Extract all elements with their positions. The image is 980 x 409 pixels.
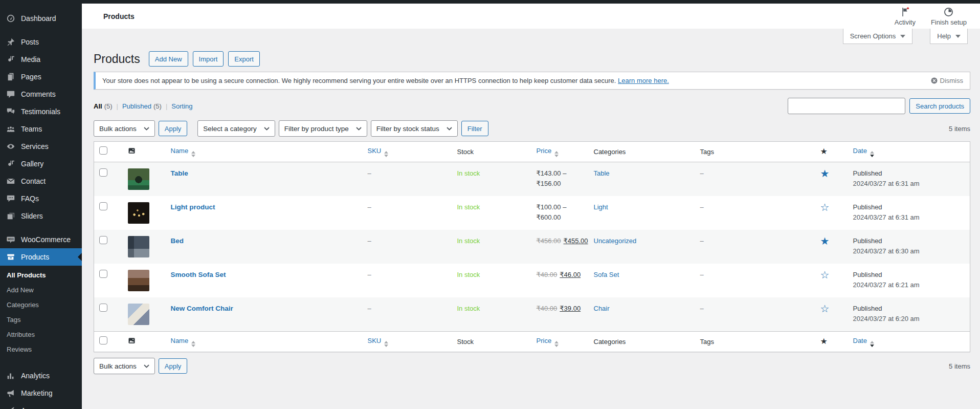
product-thumbnail[interactable] [128, 236, 149, 257]
view-all[interactable]: All (5) [94, 102, 113, 110]
product-type-filter-select[interactable]: Filter by product type [279, 120, 367, 137]
bulk-actions-select-bottom[interactable]: Bulk actions [94, 358, 155, 374]
sidebar-item-sliders[interactable]: Sliders [0, 207, 82, 225]
product-name-link[interactable]: Table [171, 169, 188, 177]
stock-status: In stock [457, 237, 480, 245]
media-icon [6, 54, 16, 64]
category-link[interactable]: Light [594, 203, 608, 211]
finish-setup-button[interactable]: Finish setup [931, 7, 967, 26]
product-name-link[interactable]: New Comfort Chair [171, 305, 233, 312]
sidebar-item-dashboard[interactable]: Dashboard [0, 10, 82, 27]
table-row: Smooth Sofa Set – In stock ₹48.00₹46.00 … [94, 264, 970, 297]
filter-button[interactable]: Filter [461, 121, 488, 136]
featured-star-icon[interactable]: ☆ [820, 269, 830, 281]
product-name-link[interactable]: Bed [171, 237, 184, 245]
select-all-checkbox[interactable] [99, 336, 107, 345]
dismiss-notice-button[interactable]: Dismiss [930, 77, 964, 84]
search-products-input[interactable] [788, 98, 905, 114]
sidebar-item-appearance[interactable]: Appearance [0, 402, 82, 409]
sidebar-item-pages[interactable]: Pages [0, 68, 82, 85]
submenu-add-new[interactable]: Add New [0, 283, 82, 297]
sidebar-item-teams[interactable]: Teams [0, 120, 82, 138]
notice-text: Your store does not appear to be using a… [102, 77, 669, 84]
sort-by-date[interactable]: Date [853, 337, 867, 345]
admin-sidebar: Dashboard Posts Media Pages Comments Tes… [0, 4, 82, 409]
category-link[interactable]: Uncategorized [594, 237, 637, 245]
sort-by-date[interactable]: Date [853, 147, 867, 155]
sort-by-sku[interactable]: SKU [368, 337, 382, 345]
featured-star-icon[interactable]: ☆ [820, 303, 830, 314]
apply-button-bottom[interactable]: Apply [159, 358, 188, 374]
row-checkbox[interactable] [99, 304, 107, 312]
sidebar-item-woocommerce[interactable]: WOO WooCommerce [0, 231, 82, 248]
plugin-header: Products Activity Finish setup [82, 4, 980, 29]
sidebar-item-marketing[interactable]: Marketing [0, 384, 82, 402]
sidebar-item-faqs[interactable]: FAQs [0, 190, 82, 207]
bulk-actions-select[interactable]: Bulk actions [94, 120, 155, 137]
sort-by-sku[interactable]: SKU [368, 147, 382, 155]
screen-meta-links: Screen Options Help [82, 29, 980, 46]
export-button[interactable]: Export [228, 51, 260, 67]
featured-star-icon[interactable]: ☆ [820, 202, 830, 213]
sidebar-item-posts[interactable]: Posts [0, 33, 82, 51]
product-thumbnail[interactable] [128, 202, 149, 224]
select-all-checkbox[interactable] [99, 146, 107, 155]
submenu-attributes[interactable]: Attributes [0, 327, 82, 342]
sidebar-item-analytics[interactable]: Analytics [0, 367, 82, 384]
menu-separator [0, 27, 82, 33]
search-products-button[interactable]: Search products [909, 98, 970, 114]
chevron-down-icon [356, 127, 362, 131]
sidebar-item-gallery[interactable]: Gallery [0, 155, 82, 173]
breadcrumb: Products [103, 12, 135, 20]
sort-by-price[interactable]: Price [537, 337, 552, 345]
view-published[interactable]: Published (5) [113, 102, 162, 110]
featured-column-star-icon[interactable]: ★ [820, 337, 828, 346]
sidebar-item-label: Sliders [21, 212, 43, 220]
security-notice: Your store does not appear to be using a… [94, 72, 970, 90]
chevron-down-icon [900, 35, 905, 38]
row-checkbox[interactable] [99, 236, 107, 244]
category-link[interactable]: Sofa Set [594, 271, 619, 278]
row-checkbox[interactable] [99, 270, 107, 278]
activity-button[interactable]: Activity [895, 7, 916, 26]
add-new-button[interactable]: Add New [149, 51, 188, 67]
sort-by-name[interactable]: Name [171, 147, 189, 155]
submenu-reviews[interactable]: Reviews [0, 342, 82, 357]
help-tab[interactable]: Help [930, 29, 968, 44]
category-filter-select[interactable]: Select a category [197, 120, 275, 137]
table-row: Light product – In stock ₹100.00 – ₹600.… [94, 196, 970, 230]
stock-status-filter-select[interactable]: Filter by stock status [371, 120, 458, 137]
featured-column-star-icon[interactable]: ★ [820, 147, 828, 156]
submenu-categories[interactable]: Categories [0, 297, 82, 312]
view-sorting[interactable]: Sorting [162, 102, 193, 110]
product-name-link[interactable]: Light product [171, 203, 215, 211]
screen-options-tab[interactable]: Screen Options [843, 29, 913, 44]
sidebar-item-products[interactable]: Products [0, 248, 82, 266]
featured-star-icon[interactable]: ★ [820, 168, 830, 179]
publish-date: 2024/03/27 at 6:31 am [853, 179, 965, 189]
learn-more-link[interactable]: Learn more here. [618, 77, 669, 84]
sort-by-name[interactable]: Name [171, 337, 189, 345]
row-checkbox[interactable] [99, 202, 107, 210]
apply-button[interactable]: Apply [159, 121, 188, 136]
sidebar-item-services[interactable]: Services [0, 138, 82, 155]
import-button[interactable]: Import [193, 51, 224, 67]
product-thumbnail[interactable] [128, 270, 149, 291]
sidebar-item-testimonials[interactable]: Testimonials [0, 103, 82, 120]
sidebar-item-comments[interactable]: Comments [0, 85, 82, 103]
price-new: ₹46.00 [560, 271, 581, 278]
featured-star-icon[interactable]: ★ [820, 235, 830, 247]
product-name-link[interactable]: Smooth Sofa Set [171, 271, 226, 278]
notice-message: Your store does not appear to be using a… [102, 77, 616, 84]
product-thumbnail[interactable] [128, 168, 149, 190]
submenu-tags[interactable]: Tags [0, 312, 82, 327]
dashboard-icon [6, 13, 16, 24]
category-link[interactable]: Table [594, 169, 610, 177]
product-thumbnail[interactable] [128, 304, 149, 325]
submenu-all-products[interactable]: All Products [0, 268, 82, 283]
sidebar-item-contact[interactable]: Contact [0, 173, 82, 190]
row-checkbox[interactable] [99, 168, 107, 177]
sidebar-item-media[interactable]: Media [0, 51, 82, 68]
category-link[interactable]: Chair [594, 305, 610, 312]
sort-by-price[interactable]: Price [537, 147, 552, 155]
